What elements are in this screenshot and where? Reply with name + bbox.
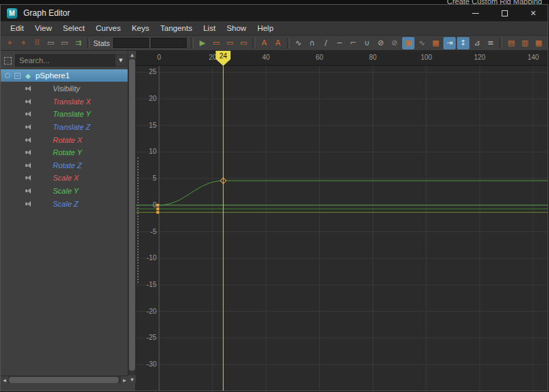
vertical-scrollbar-thumb[interactable] [129, 59, 135, 371]
add-keys-glyph: A [275, 38, 281, 47]
menu-list[interactable]: List [198, 24, 221, 32]
maximize-button[interactable] [490, 5, 519, 21]
break-tangent-icon[interactable]: ⊘ [375, 37, 387, 49]
mute-icon[interactable] [25, 85, 32, 92]
mute-icon[interactable] [25, 187, 32, 194]
channel-label: Translate X [53, 97, 91, 106]
stats-value-input[interactable] [151, 38, 187, 48]
toolbar-separator [500, 38, 502, 49]
channel-row-rotate-y[interactable]: Rotate Y [1, 146, 128, 159]
channel-row-scale-y[interactable]: Scale Y [1, 185, 128, 198]
scroll-down-arrow[interactable]: ▼ [128, 376, 136, 383]
graph-canvas[interactable]: 2520151050-5-10-15-20-25-30 [136, 66, 548, 391]
time-tick-label: 40 [262, 54, 270, 61]
normalize-curves-icon[interactable]: ⊿ [471, 37, 483, 49]
time-editor-icon[interactable]: ▦ [533, 37, 545, 49]
value-tick-label: -20 [136, 308, 156, 315]
channel-row-visibility[interactable]: Visibility [1, 82, 128, 95]
scroll-right-arrow[interactable]: ▶ [121, 376, 128, 384]
mute-icon[interactable] [25, 137, 32, 143]
expander-icon[interactable]: − [14, 73, 21, 79]
trax-editor-icon[interactable]: ▥ [519, 37, 531, 49]
dope-sheet-icon[interactable]: ▤ [505, 37, 517, 49]
panel-splitter[interactable] [137, 157, 139, 283]
title-bar[interactable]: M Graph Editor × [1, 5, 548, 21]
playback-range-icon[interactable]: ▶ [196, 37, 209, 49]
rescale-keys-tool-icon[interactable]: ▭ [58, 37, 71, 49]
menu-view[interactable]: View [30, 24, 58, 32]
filter-icon[interactable] [4, 57, 12, 65]
insert-keys-icon[interactable]: A [258, 37, 270, 49]
current-time-marker[interactable]: 24 [215, 51, 231, 66]
flat-tangent-icon[interactable]: − [334, 37, 346, 49]
stack-curves-icon[interactable]: ≡ [484, 37, 497, 49]
mute-icon[interactable] [25, 98, 32, 105]
move-nearest-key-tool-icon[interactable]: ⌖ [3, 37, 16, 49]
mute-icon[interactable] [25, 111, 32, 117]
horizontal-scrollbar-thumb[interactable] [9, 377, 119, 383]
channel-label: Rotate Z [53, 161, 82, 170]
menu-select[interactable]: Select [58, 24, 91, 32]
channel-row-scale-x[interactable]: Scale X [1, 172, 128, 185]
channel-row-translate-y[interactable]: Translate Y [1, 108, 128, 121]
scroll-left-arrow[interactable]: ◀ [1, 376, 8, 384]
auto-tangent-icon[interactable]: ▣ [402, 37, 414, 49]
lattice-deform-keys-glyph: ⠿ [34, 38, 40, 47]
playback-range-glyph: ▶ [200, 38, 205, 47]
weighted-tangent-icon[interactable]: ∿ [416, 37, 428, 49]
outliner-vertical-scrollbar[interactable]: ▲ ▼ [128, 51, 135, 383]
add-keys-icon[interactable]: A [272, 37, 284, 49]
linear-tangent-icon[interactable]: ∕ [320, 37, 332, 49]
frame-selected-icon[interactable]: ▭ [237, 37, 250, 49]
mute-icon[interactable] [25, 162, 32, 169]
stats-time-input[interactable] [113, 38, 149, 48]
channel-row-rotate-z[interactable]: Rotate Z [1, 159, 128, 172]
snap-keys-icon[interactable]: ▦ [430, 37, 442, 49]
time-snap-glyph: ⇥ [446, 38, 452, 47]
spline-tangent-icon[interactable]: ∿ [292, 37, 305, 49]
menu-keys[interactable]: Keys [126, 24, 155, 32]
step-tangent-icon[interactable]: ⌐ [347, 37, 360, 49]
close-button[interactable]: × [519, 5, 548, 21]
channel-row-scale-z[interactable]: Scale Z [1, 197, 128, 210]
tree-node-psphere1[interactable]: − ◆ pSphere1 [1, 69, 128, 82]
frame-all-icon[interactable]: ▭ [210, 37, 222, 49]
mute-icon[interactable] [25, 200, 32, 207]
value-snap-icon[interactable]: ↕ [457, 37, 469, 49]
lattice-deform-keys-icon[interactable]: ⠿ [31, 37, 43, 49]
region-select-tool-icon[interactable]: ▭ [45, 37, 57, 49]
channel-label: Visibility [53, 84, 80, 93]
mute-icon[interactable] [25, 149, 32, 156]
outliner-horizontal-scrollbar[interactable]: ◀ ▶ [1, 376, 128, 383]
frame-playback-icon[interactable]: ▭ [224, 37, 236, 49]
search-input[interactable] [15, 54, 115, 67]
insert-key-tool-icon[interactable]: ⌖ [17, 37, 30, 49]
time-tick-label: 60 [316, 54, 323, 61]
mute-icon[interactable] [25, 124, 32, 130]
time-snap-icon[interactable]: ⇥ [443, 37, 456, 49]
menu-help[interactable]: Help [252, 24, 279, 32]
unify-tangent-icon[interactable]: ⊘ [388, 37, 401, 49]
sphere-node-icon: ◆ [25, 72, 31, 80]
value-tick-label: 5 [136, 174, 156, 182]
menu-show[interactable]: Show [221, 24, 252, 32]
retime-tool-icon[interactable]: ⇉ [72, 37, 84, 49]
toolbar-separator [287, 38, 290, 49]
maximize-icon [502, 10, 508, 16]
clamped-tangent-icon[interactable]: ∩ [306, 37, 318, 49]
plateau-tangent-icon[interactable]: ∪ [361, 37, 373, 49]
search-dropdown-button[interactable]: ▼ [115, 54, 127, 67]
menu-tangents[interactable]: Tangents [155, 24, 198, 32]
scroll-up-arrow[interactable]: ▲ [128, 51, 136, 58]
menu-edit[interactable]: Edit [5, 24, 30, 32]
channel-row-rotate-x[interactable]: Rotate X [1, 133, 128, 146]
channel-row-translate-z[interactable]: Translate Z [1, 121, 128, 134]
minimize-button[interactable] [461, 5, 490, 21]
channel-row-translate-x[interactable]: Translate X [1, 95, 128, 108]
time-ruler[interactable]: 24 020406080100120140 [136, 51, 548, 66]
plateau-tangent-glyph: ∪ [364, 38, 370, 47]
menu-curves[interactable]: Curves [91, 24, 126, 32]
minimize-icon [472, 13, 479, 14]
mute-icon[interactable] [25, 174, 32, 181]
insert-keys-glyph: A [261, 38, 267, 47]
